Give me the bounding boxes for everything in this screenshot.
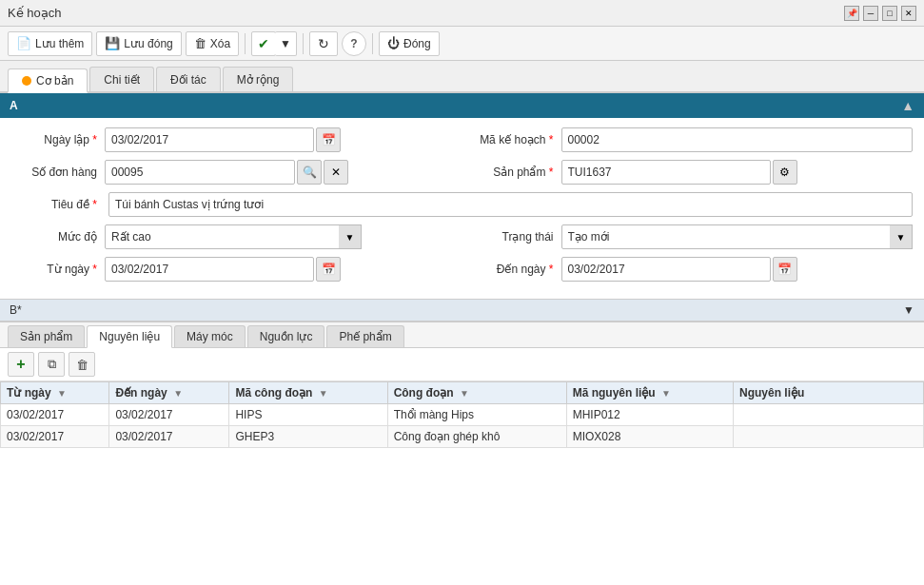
cell-tu-ngay: 03/02/2017 [1, 404, 109, 426]
minimize-button[interactable]: ─ [863, 6, 878, 21]
sub-tabs-bar: Sản phẩm Nguyên liệu Máy móc Nguồn lực P… [0, 322, 924, 348]
confirm-icon: ✔ [258, 36, 269, 51]
cell-ma-nguyen-lieu: MHIP012 [566, 404, 733, 426]
tu-ngay-calendar-button[interactable]: 📅 [316, 257, 341, 282]
luu-dong-button[interactable]: 💾 Lưu đóng [96, 31, 181, 56]
den-ngay-calendar-button[interactable]: 📅 [773, 257, 797, 282]
dropdown-icon: ▼ [280, 37, 291, 50]
tieu-de-input[interactable] [108, 192, 913, 217]
cell-nguyen-lieu [734, 426, 924, 448]
section-b-collapse-icon: ▼ [903, 303, 914, 317]
help-icon: ? [350, 37, 357, 50]
form-area: Ngày lập * 📅 Mã kế hoạch * Số [0, 118, 924, 299]
ngay-lap-label: Ngày lập * [11, 133, 97, 146]
section-b-label: B* [10, 303, 22, 317]
cell-ma-cong-doan: HIPS [229, 404, 387, 426]
close-button[interactable]: ✕ [901, 6, 916, 21]
sub-tab-san-pham[interactable]: Sản phẩm [8, 325, 85, 347]
cell-den-ngay: 03/02/2017 [109, 404, 229, 426]
table-body: 03/02/2017 03/02/2017 HIPS Thổi màng Hip… [1, 404, 924, 448]
xoa-button[interactable]: 🗑 Xóa [186, 31, 239, 56]
ngay-lap-required: * [92, 133, 97, 146]
tu-ngay-input[interactable] [105, 257, 314, 282]
cell-cong-doan: Thổi màng Hips [387, 404, 566, 426]
divider-3 [372, 33, 373, 54]
filter-cong-doan-icon[interactable]: ▼ [460, 388, 469, 399]
den-ngay-required: * [549, 263, 554, 276]
muc-do-label: Mức độ [11, 230, 97, 244]
col-nguyen-lieu: Nguyên liệu [734, 382, 924, 404]
col-ma-nguyen-lieu: Mã nguyên liệu ▼ [566, 382, 733, 404]
ma-ke-hoach-label: Mã kế hoạch * [468, 133, 554, 146]
sub-tab-phe-pham[interactable]: Phế phẩm [326, 325, 403, 347]
tabs-bar: Cơ bản Chi tiết Đối tác Mở rộng [0, 61, 924, 93]
tieu-de-required: * [92, 198, 97, 211]
so-don-hang-field: 🔍 ✕ [105, 160, 348, 185]
toolbar: 📄 Lưu thêm 💾 Lưu đóng 🗑 Xóa ✔ ▼ ↻ ? ⏻ Đó… [0, 27, 924, 61]
trang-thai-select[interactable]: Tạo mới Đang xử lý Hoàn thành [561, 224, 914, 249]
tu-ngay-required: * [92, 263, 97, 276]
dropdown-button[interactable]: ▼ [275, 31, 297, 56]
filter-den-ngay-icon[interactable]: ▼ [173, 388, 183, 399]
san-pham-label: Sản phẩm * [468, 166, 554, 179]
delete-row-button[interactable]: 🗑 [69, 352, 95, 377]
tab-chi-tiet[interactable]: Chi tiết [89, 67, 154, 91]
col-den-ngay: Đến ngày ▼ [109, 382, 229, 404]
section-b-header[interactable]: B* ▼ [0, 299, 924, 322]
sub-tab-nguyen-lieu[interactable]: Nguyên liệu [87, 325, 172, 348]
san-pham-input[interactable] [561, 160, 771, 185]
add-row-button[interactable]: + [8, 352, 34, 377]
filter-tu-ngay-icon[interactable]: ▼ [57, 388, 67, 399]
table-row[interactable]: 03/02/2017 03/02/2017 HIPS Thổi màng Hip… [1, 404, 924, 426]
col-cong-doan: Công đoạn ▼ [387, 382, 566, 404]
muc-do-wrapper: Rất cao Cao Trung bình Thấp ▼ [105, 224, 362, 249]
luu-them-button[interactable]: 📄 Lưu thêm [8, 31, 92, 56]
so-don-hang-clear-button[interactable]: ✕ [324, 160, 348, 185]
luu-them-icon: 📄 [16, 36, 31, 50]
help-button[interactable]: ? [342, 31, 366, 56]
san-pham-settings-button[interactable]: ⚙ [773, 160, 797, 185]
copy-row-button[interactable]: ⧉ [38, 352, 65, 377]
ngay-lap-input[interactable] [105, 127, 314, 152]
col-tu-ngay: Từ ngày ▼ [1, 382, 109, 404]
cell-ma-nguyen-lieu: MIOX028 [566, 426, 733, 448]
title-bar: Kế hoạch 📌 ─ □ ✕ [0, 0, 924, 27]
form-row-5: Từ ngày * 📅 Đến ngày * 📅 [11, 257, 913, 282]
section-a-header[interactable]: A ▲ [0, 93, 924, 118]
cell-nguyen-lieu [734, 404, 924, 426]
cell-ma-cong-doan: GHEP3 [229, 426, 387, 448]
so-don-hang-search-button[interactable]: 🔍 [297, 160, 322, 185]
maximize-button[interactable]: □ [882, 6, 897, 21]
sub-tab-may-moc[interactable]: Máy móc [174, 325, 246, 347]
confirm-button[interactable]: ✔ [251, 31, 276, 56]
window-title: Kế hoạch [8, 6, 61, 20]
divider-2 [303, 33, 304, 54]
form-row-4: Mức độ Rất cao Cao Trung bình Thấp ▼ Trạ… [11, 224, 913, 249]
ngay-lap-field: 📅 [105, 127, 341, 152]
window-controls: 📌 ─ □ ✕ [844, 6, 916, 21]
refresh-button[interactable]: ↻ [309, 31, 338, 56]
den-ngay-field: 📅 [561, 257, 797, 282]
dong-icon: ⏻ [387, 36, 400, 50]
col-ma-cong-doan: Mã công đoạn ▼ [229, 382, 387, 404]
dong-button[interactable]: ⏻ Đóng [379, 31, 440, 56]
tab-co-ban[interactable]: Cơ bản [8, 68, 88, 93]
pin-button[interactable]: 📌 [844, 6, 859, 21]
ngay-lap-calendar-button[interactable]: 📅 [316, 127, 341, 152]
filter-ma-cong-doan-icon[interactable]: ▼ [319, 388, 328, 399]
trang-thai-wrapper: Tạo mới Đang xử lý Hoàn thành ▼ [561, 224, 914, 249]
tab-doi-tac[interactable]: Đối tác [156, 67, 221, 91]
muc-do-select[interactable]: Rất cao Cao Trung bình Thấp [105, 224, 362, 249]
filter-ma-nguyen-lieu-icon[interactable]: ▼ [661, 388, 671, 399]
collapse-icon: ▲ [901, 98, 914, 113]
sub-tab-nguon-luc[interactable]: Nguồn lực [247, 325, 325, 347]
so-don-hang-input[interactable] [105, 160, 295, 185]
table-row[interactable]: 03/02/2017 03/02/2017 GHEP3 Công đoạn gh… [1, 426, 924, 448]
orange-dot-icon [22, 76, 31, 86]
ma-ke-hoach-input[interactable] [561, 127, 914, 152]
den-ngay-input[interactable] [561, 257, 771, 282]
tu-ngay-label: Từ ngày * [11, 263, 97, 276]
cell-cong-doan: Công đoạn ghép khô [387, 426, 566, 448]
form-row-1: Ngày lập * 📅 Mã kế hoạch * [11, 127, 913, 152]
tab-mo-rong[interactable]: Mở rộng [223, 67, 294, 91]
